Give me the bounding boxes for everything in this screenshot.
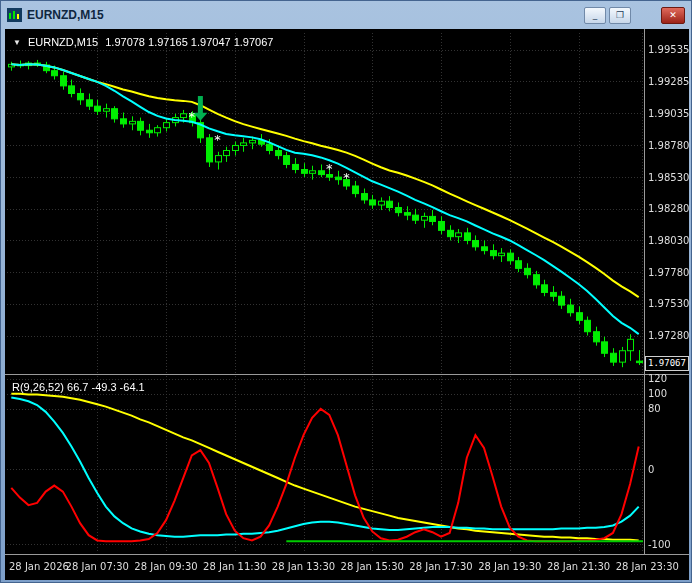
window-titlebar[interactable]: EURNZD,M15 _ ❐ ✕ bbox=[1, 1, 691, 29]
current-price-box: 1.97067 bbox=[645, 356, 689, 371]
ohlc-values: 1.97078 1.97165 1.97047 1.97067 bbox=[105, 36, 273, 48]
symbol-name: EURNZD,M15 bbox=[28, 36, 98, 48]
indicator-label: R(9,26,52) 66.7 -49.3 -64.1 bbox=[12, 381, 145, 393]
restore-button[interactable]: ❐ bbox=[609, 7, 631, 24]
close-button[interactable]: ✕ bbox=[661, 7, 685, 24]
window-title: EURNZD,M15 bbox=[27, 8, 104, 22]
symbol-quote-label: ▼ EURNZD,M15 1.97078 1.97165 1.97047 1.9… bbox=[13, 36, 273, 48]
window-controls: _ ❐ ✕ bbox=[581, 7, 685, 24]
chart-canvas[interactable] bbox=[5, 29, 689, 580]
chart-client-area: ▼ EURNZD,M15 1.97078 1.97165 1.97047 1.9… bbox=[5, 29, 689, 580]
mt4-chart-window: EURNZD,M15 _ ❐ ✕ ▼ EURNZD,M15 1.97078 1.… bbox=[0, 0, 692, 583]
symbol-dropdown-icon[interactable]: ▼ bbox=[13, 38, 21, 47]
chart-window-icon bbox=[7, 8, 22, 22]
minimize-button[interactable]: _ bbox=[584, 7, 606, 24]
